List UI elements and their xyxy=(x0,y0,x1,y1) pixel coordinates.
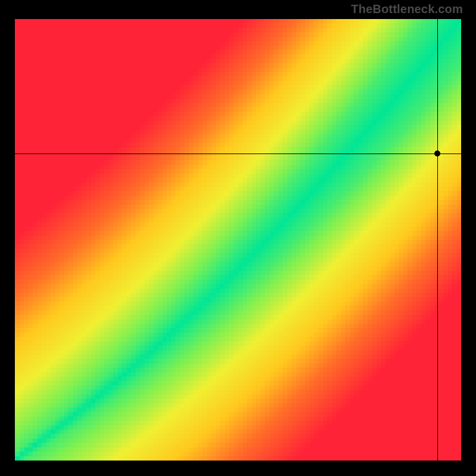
chart-frame: TheBottleneck.com xyxy=(0,0,476,476)
attribution-label: TheBottleneck.com xyxy=(351,2,463,16)
bottleneck-heatmap xyxy=(15,19,461,461)
plot-area xyxy=(15,19,461,461)
